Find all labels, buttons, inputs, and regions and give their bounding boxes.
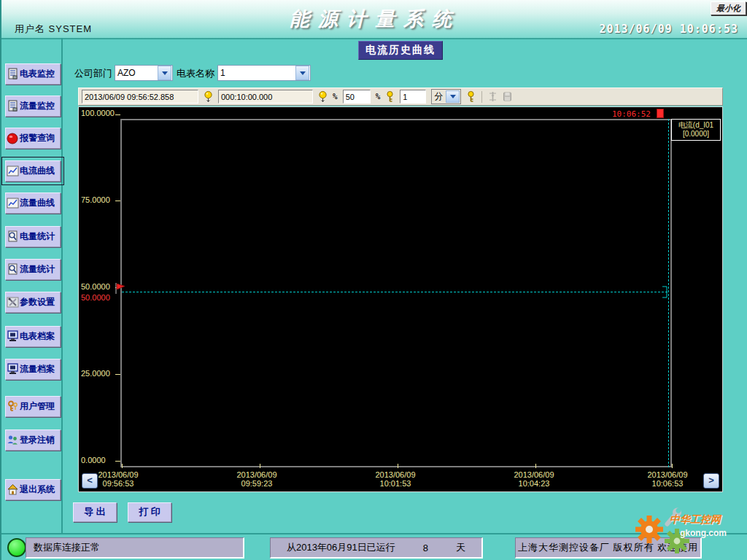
y-axis-tick	[115, 461, 120, 462]
horizontal-crosshair[interactable]	[122, 292, 667, 292]
scroll-right-button[interactable]: >	[703, 473, 719, 489]
chevron-down-icon[interactable]	[446, 90, 460, 103]
sidebar-item-label: 流量监控	[20, 100, 55, 112]
start-time-input[interactable]	[82, 90, 198, 104]
db-status-text: 数据库连接正常	[34, 541, 100, 554]
settings-icon	[7, 296, 19, 308]
app-window: 能源计量系统 用户名 SYSTEM 2013/06/09 10:06:53 最小…	[0, 0, 747, 560]
alarm-icon	[7, 132, 19, 144]
sidebar-item-flow-curve[interactable]: 流量曲线	[5, 192, 61, 214]
stats-icon	[7, 230, 19, 243]
sidebar-item-label: 流量曲线	[20, 197, 55, 209]
monitor-icon	[7, 330, 19, 343]
sidebar-item-label: 报警查询	[20, 132, 55, 144]
x-axis-tick-label: 2013/06/0910:01:53	[355, 470, 436, 488]
copyright-text: 上海大华测控设备厂 版权所有 欢迎使用	[518, 541, 698, 554]
sidebar-item-label: 电表监控	[20, 68, 55, 80]
apply-key-icon[interactable]	[466, 90, 476, 103]
interval-unit-value: 分	[434, 90, 443, 103]
chevron-down-icon[interactable]	[295, 66, 309, 80]
save-icon	[503, 90, 512, 103]
x-axis-tick-label: 2013/06/0910:06:53	[627, 470, 708, 488]
stats-icon	[7, 263, 19, 276]
runtime-unit: 天	[456, 541, 465, 554]
print-button[interactable]: 打 印	[128, 502, 171, 522]
meter-name-select[interactable]: 1	[217, 65, 311, 81]
y-axis-tick-label: 100.0000	[81, 109, 115, 117]
home-icon	[7, 483, 19, 496]
monitor-icon	[7, 363, 19, 376]
sidebar: 电表监控 流量监控 报警查询 电流曲线 流量曲线 电量统计 流量统计 参数设置	[1, 38, 63, 533]
y-axis-tick-label: 75.0000	[81, 195, 110, 204]
sidebar-item-login-logout[interactable]: 登录注销	[5, 429, 61, 451]
db-status-panel: 数据库连接正常	[26, 537, 244, 559]
sidebar-item-energy-stats[interactable]: 电量统计	[5, 226, 61, 247]
sidebar-item-user-management[interactable]: 用户管理	[5, 396, 61, 417]
sidebar-item-flow-monitor[interactable]: 流量监控	[5, 96, 61, 117]
header-datetime: 2013/06/09 10:06:53	[599, 23, 738, 36]
time-pin-icon[interactable]	[204, 90, 213, 103]
sidebar-item-label: 退出系统	[20, 483, 55, 496]
x-axis-tick	[122, 464, 123, 468]
chart-plot-area[interactable]	[120, 119, 672, 467]
chart-legend: 电流(d_I01 [0.0000]	[671, 119, 721, 141]
sidebar-item-alarm-query[interactable]: 报警查询	[5, 128, 61, 149]
x-axis-tick	[398, 464, 398, 468]
meter-icon	[7, 100, 19, 112]
sidebar-item-label: 电量统计	[20, 230, 55, 243]
y-axis-tick-label: 50.0000	[81, 282, 110, 291]
sidebar-item-flow-stats[interactable]: 流量统计	[5, 259, 61, 280]
department-label: 公司部门	[74, 67, 112, 80]
legend-series-value: [0.0000]	[672, 130, 720, 139]
wrench-icon	[661, 506, 683, 531]
sidebar-item-label: 用户管理	[20, 400, 55, 413]
meter-name-value: 1	[218, 68, 295, 78]
department-value: AZO	[115, 68, 157, 78]
cursor-marker[interactable]	[657, 109, 664, 118]
interval-key-icon[interactable]	[385, 90, 395, 103]
minimize-button[interactable]: 最小化	[711, 1, 746, 15]
sidebar-item-meter-archive[interactable]: 电表档案	[5, 326, 61, 347]
zoom-in-percent-icon[interactable]: %	[376, 92, 381, 101]
curve-icon	[7, 165, 19, 177]
y-axis-tick	[115, 201, 120, 201]
runtime-panel: 从2013年06月91日已运行 8 天	[270, 537, 483, 559]
user-label: 用户名 SYSTEM	[15, 23, 92, 36]
cursor-value-label: 50.0000	[81, 293, 110, 302]
scroll-left-button[interactable]: <	[82, 473, 98, 489]
sidebar-item-current-curve[interactable]: 电流曲线	[5, 160, 61, 182]
y-axis-tick-label: 25.0000	[81, 369, 110, 378]
x-axis-tick-label: 2013/06/0909:59:23	[217, 470, 297, 488]
export-button[interactable]: 导 出	[73, 502, 117, 522]
legend-series-name: 电流(d_I01	[672, 121, 720, 130]
chart-toolbar: % % 分	[78, 88, 723, 106]
sidebar-item-label: 参数设置	[20, 296, 55, 308]
interval-input[interactable]	[400, 90, 426, 104]
department-select[interactable]: AZO	[115, 65, 173, 81]
value-flag-icon[interactable]	[115, 282, 126, 295]
sidebar-item-param-settings[interactable]: 参数设置	[5, 292, 61, 313]
y-axis-tick	[115, 114, 120, 115]
duration-pin-icon[interactable]	[318, 90, 328, 103]
x-axis-tick	[535, 464, 536, 468]
duration-input[interactable]	[218, 90, 313, 104]
trend-chart: 100.0000 75.0000 50.0000 25.0000 0.0000 …	[78, 106, 723, 492]
interval-unit-select[interactable]: 分	[431, 89, 461, 104]
sidebar-item-flow-archive[interactable]: 流量档案	[5, 359, 61, 380]
meter-name-label: 电表名称	[177, 67, 214, 80]
toolbar-separator	[481, 91, 482, 103]
keys-icon	[7, 400, 19, 413]
chevron-down-icon[interactable]	[158, 66, 171, 80]
y-axis-tick-label: 0.0000	[81, 456, 106, 464]
sidebar-item-label: 登录注销	[20, 434, 55, 446]
curve-icon	[7, 197, 19, 209]
zoom-out-percent-icon[interactable]: %	[333, 92, 338, 101]
sidebar-item-exit-system[interactable]: 退出系统	[5, 479, 61, 500]
x-axis-tick	[672, 464, 673, 468]
sidebar-item-label: 流量统计	[20, 263, 55, 276]
status-bar: 数据库连接正常 从2013年06月91日已运行 8 天 上海大华测控设备厂 版权…	[1, 533, 747, 560]
x-axis-tick-label: 2013/06/0910:04:23	[494, 470, 574, 488]
sidebar-item-meter-monitor[interactable]: 电表监控	[5, 63, 61, 85]
users-icon	[7, 434, 19, 446]
percent-input[interactable]	[343, 90, 371, 104]
